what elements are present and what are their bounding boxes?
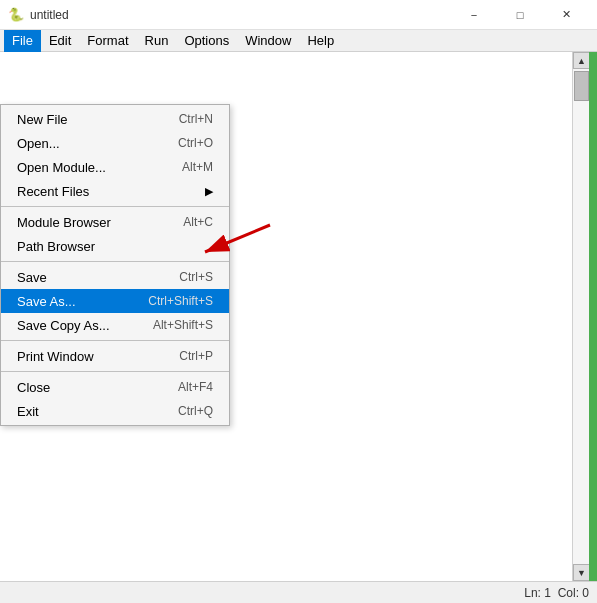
menu-edit[interactable]: Edit [41, 30, 79, 52]
editor-area[interactable]: New File Ctrl+N Open... Ctrl+O Open Modu… [0, 52, 572, 581]
scroll-up-button[interactable]: ▲ [573, 52, 590, 69]
save-copy-as-shortcut: Alt+Shift+S [153, 318, 213, 332]
menu-exit[interactable]: Exit Ctrl+Q [1, 399, 229, 423]
open-module-shortcut: Alt+M [182, 160, 213, 174]
window-controls: − □ ✕ [451, 0, 589, 30]
menu-save-copy-as[interactable]: Save Copy As... Alt+Shift+S [1, 313, 229, 337]
menu-file[interactable]: File [4, 30, 41, 52]
menu-module-browser[interactable]: Module Browser Alt+C [1, 210, 229, 234]
file-dropdown-overlay: New File Ctrl+N Open... Ctrl+O Open Modu… [0, 104, 230, 426]
exit-label: Exit [17, 404, 39, 419]
module-browser-label: Module Browser [17, 215, 111, 230]
main-area: New File Ctrl+N Open... Ctrl+O Open Modu… [0, 52, 597, 581]
open-shortcut: Ctrl+O [178, 136, 213, 150]
separator-4 [1, 371, 229, 372]
new-file-label: New File [17, 112, 68, 127]
open-label: Open... [17, 136, 60, 151]
menu-close[interactable]: Close Alt+F4 [1, 375, 229, 399]
path-browser-label: Path Browser [17, 239, 95, 254]
print-window-shortcut: Ctrl+P [179, 349, 213, 363]
menu-window[interactable]: Window [237, 30, 299, 52]
recent-files-arrow: ▶ [205, 185, 213, 198]
menu-options[interactable]: Options [176, 30, 237, 52]
print-window-label: Print Window [17, 349, 94, 364]
menu-new-file[interactable]: New File Ctrl+N [1, 107, 229, 131]
scroll-track[interactable] [573, 69, 589, 564]
accent-bar [589, 52, 597, 581]
status-bar: Ln: 1 Col: 0 [0, 581, 597, 603]
close-shortcut: Alt+F4 [178, 380, 213, 394]
app-icon: 🐍 [8, 7, 24, 23]
scroll-down-button[interactable]: ▼ [573, 564, 590, 581]
menu-path-browser[interactable]: Path Browser [1, 234, 229, 258]
close-button[interactable]: ✕ [543, 0, 589, 30]
recent-files-label: Recent Files [17, 184, 89, 199]
close-label: Close [17, 380, 50, 395]
menu-open-module[interactable]: Open Module... Alt+M [1, 155, 229, 179]
menu-recent-files[interactable]: Recent Files ▶ [1, 179, 229, 203]
title-bar-left: 🐍 untitled [8, 7, 69, 23]
separator-1 [1, 206, 229, 207]
menu-print-window[interactable]: Print Window Ctrl+P [1, 344, 229, 368]
menu-open[interactable]: Open... Ctrl+O [1, 131, 229, 155]
save-label: Save [17, 270, 47, 285]
title-bar: 🐍 untitled − □ ✕ [0, 0, 597, 30]
window-title: untitled [30, 8, 69, 22]
file-dropdown-menu: New File Ctrl+N Open... Ctrl+O Open Modu… [0, 104, 230, 426]
menu-bar: File Edit Format Run Options Window Help [0, 30, 597, 52]
scroll-thumb[interactable] [574, 71, 589, 101]
open-module-label: Open Module... [17, 160, 106, 175]
exit-shortcut: Ctrl+Q [178, 404, 213, 418]
menu-help[interactable]: Help [299, 30, 342, 52]
save-as-shortcut: Ctrl+Shift+S [148, 294, 213, 308]
menu-run[interactable]: Run [137, 30, 177, 52]
menu-format[interactable]: Format [79, 30, 136, 52]
new-file-shortcut: Ctrl+N [179, 112, 213, 126]
menu-save-as[interactable]: Save As... Ctrl+Shift+S [1, 289, 229, 313]
vertical-scrollbar[interactable]: ▲ ▼ [572, 52, 589, 581]
module-browser-shortcut: Alt+C [183, 215, 213, 229]
save-as-label: Save As... [17, 294, 76, 309]
menu-save[interactable]: Save Ctrl+S [1, 265, 229, 289]
status-ln: Ln: 1 [524, 586, 551, 600]
save-shortcut: Ctrl+S [179, 270, 213, 284]
save-copy-as-label: Save Copy As... [17, 318, 110, 333]
maximize-button[interactable]: □ [497, 0, 543, 30]
minimize-button[interactable]: − [451, 0, 497, 30]
status-separator [551, 586, 558, 600]
separator-3 [1, 340, 229, 341]
status-col: Col: 0 [558, 586, 589, 600]
separator-2 [1, 261, 229, 262]
